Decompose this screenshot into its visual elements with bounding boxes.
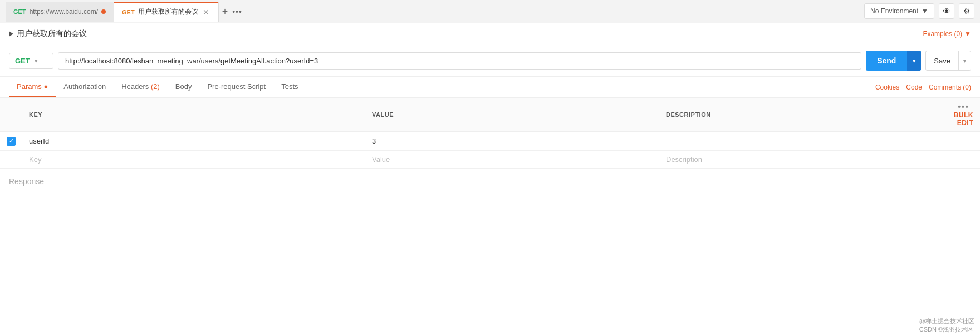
settings-button[interactable]: ⚙ bbox=[959, 3, 974, 19]
tab-params-label: Params bbox=[17, 82, 43, 91]
request-tabs-row: Params ● Authorization Headers (2) Body … bbox=[0, 77, 980, 98]
examples-arrow: ▼ bbox=[964, 30, 971, 38]
new-row-checkbox-cell bbox=[0, 150, 22, 168]
save-button[interactable]: Save ▾ bbox=[925, 51, 971, 71]
cookies-link[interactable]: Cookies bbox=[875, 83, 899, 91]
response-section: Response bbox=[0, 169, 980, 194]
tab-baidu[interactable]: GET https://www.baidu.com/ bbox=[6, 2, 114, 22]
tab-params-badge: ● bbox=[43, 82, 48, 91]
examples-link[interactable]: Examples (0) ▼ bbox=[923, 30, 971, 38]
tab-headers-label: Headers bbox=[121, 82, 151, 91]
tab-bar: GET https://www.baidu.com/ GET 用户获取所有的会议… bbox=[0, 0, 980, 23]
tab-more-button[interactable]: ••• bbox=[232, 7, 242, 16]
request-title-text: 用户获取所有的会议 bbox=[17, 29, 87, 39]
tab-actions: + ••• bbox=[222, 7, 242, 17]
tab-params[interactable]: Params ● bbox=[9, 77, 56, 97]
row-value-value: 3 bbox=[372, 137, 376, 145]
col-header-key: KEY bbox=[22, 98, 365, 132]
col-header-description: DESCRIPTION bbox=[659, 98, 947, 132]
tab-tests[interactable]: Tests bbox=[273, 77, 306, 97]
row-more-icon[interactable]: ••• bbox=[958, 102, 969, 111]
row-key-cell[interactable]: userId bbox=[22, 132, 365, 151]
new-row-key-cell[interactable]: Key bbox=[22, 150, 365, 168]
tab-pre-request-label: Pre-request Script bbox=[207, 82, 266, 91]
new-row-description-cell[interactable]: Description bbox=[659, 150, 947, 168]
tab-add-button[interactable]: + bbox=[222, 7, 228, 17]
send-button[interactable]: Send ▾ bbox=[866, 51, 921, 71]
request-tabs-left: Params ● Authorization Headers (2) Body … bbox=[9, 77, 306, 97]
tab-body[interactable]: Body bbox=[168, 77, 200, 97]
eye-icon: 👁 bbox=[943, 7, 950, 16]
env-selector[interactable]: No Environment ▼ bbox=[864, 3, 934, 19]
tab-meeting-label: 用户获取所有的会议 bbox=[138, 7, 198, 17]
send-label: Send bbox=[866, 51, 907, 71]
tab-baidu-dot bbox=[101, 9, 106, 14]
method-label: GET bbox=[15, 57, 30, 65]
method-selector[interactable]: GET ▼ bbox=[9, 53, 53, 69]
params-table: KEY VALUE DESCRIPTION ••• Bulk Edit ✓ us… bbox=[0, 98, 980, 169]
examples-label: Examples (0) bbox=[923, 30, 962, 38]
table-row: ✓ userId 3 bbox=[0, 132, 980, 151]
tab-baidu-label: https://www.baidu.com/ bbox=[30, 8, 98, 16]
row-key-value: userId bbox=[29, 137, 49, 145]
request-title-bar: 用户获取所有的会议 Examples (0) ▼ bbox=[0, 23, 980, 45]
request-tabs-right: Cookies Code Comments (0) bbox=[875, 83, 971, 91]
new-row-actions-cell bbox=[947, 150, 980, 168]
new-param-row: Key Value Description bbox=[0, 150, 980, 168]
new-row-value-placeholder: Value bbox=[372, 155, 390, 164]
save-arrow[interactable]: ▾ bbox=[958, 51, 971, 70]
new-row-value-cell[interactable]: Value bbox=[365, 150, 659, 168]
row-value-cell[interactable]: 3 bbox=[365, 132, 659, 151]
collapse-icon bbox=[9, 31, 13, 37]
save-label: Save bbox=[926, 51, 958, 70]
row-actions-cell bbox=[947, 132, 980, 151]
comments-link[interactable]: Comments (0) bbox=[929, 83, 971, 91]
row-checkbox-cell: ✓ bbox=[0, 132, 22, 151]
tab-headers[interactable]: Headers (2) bbox=[114, 77, 168, 97]
env-arrow: ▼ bbox=[922, 7, 928, 15]
col-header-actions: ••• Bulk Edit bbox=[947, 98, 980, 132]
tab-headers-badge: (2) bbox=[151, 82, 160, 91]
tab-meeting[interactable]: GET 用户获取所有的会议 ✕ bbox=[114, 2, 219, 22]
new-row-key-placeholder: Key bbox=[29, 155, 41, 164]
col-header-value: VALUE bbox=[365, 98, 659, 132]
url-input[interactable] bbox=[58, 52, 861, 70]
response-label: Response bbox=[9, 177, 44, 186]
tab-authorization-label: Authorization bbox=[63, 82, 106, 91]
tab-meeting-close[interactable]: ✕ bbox=[202, 8, 210, 16]
tab-authorization[interactable]: Authorization bbox=[56, 77, 114, 97]
tab-meeting-method: GET bbox=[122, 9, 135, 16]
tab-body-label: Body bbox=[175, 82, 192, 91]
send-arrow[interactable]: ▾ bbox=[907, 51, 921, 71]
url-bar: GET ▼ Send ▾ Save ▾ bbox=[0, 45, 980, 77]
method-arrow: ▼ bbox=[33, 58, 39, 64]
tab-pre-request[interactable]: Pre-request Script bbox=[199, 77, 273, 97]
row-checkbox[interactable]: ✓ bbox=[7, 137, 16, 146]
bulk-edit-button[interactable]: Bulk Edit bbox=[954, 111, 973, 127]
env-label: No Environment bbox=[870, 7, 918, 15]
tab-tests-label: Tests bbox=[281, 82, 298, 91]
col-header-checkbox bbox=[0, 98, 22, 132]
env-bar: No Environment ▼ 👁 ⚙ bbox=[864, 3, 974, 19]
code-link[interactable]: Code bbox=[906, 83, 922, 91]
eye-button[interactable]: 👁 bbox=[939, 3, 954, 19]
new-row-description-placeholder: Description bbox=[666, 155, 702, 164]
gear-icon: ⚙ bbox=[963, 7, 971, 16]
tab-baidu-method: GET bbox=[13, 8, 26, 15]
row-description-cell[interactable] bbox=[659, 132, 947, 151]
request-title[interactable]: 用户获取所有的会议 bbox=[9, 29, 87, 39]
